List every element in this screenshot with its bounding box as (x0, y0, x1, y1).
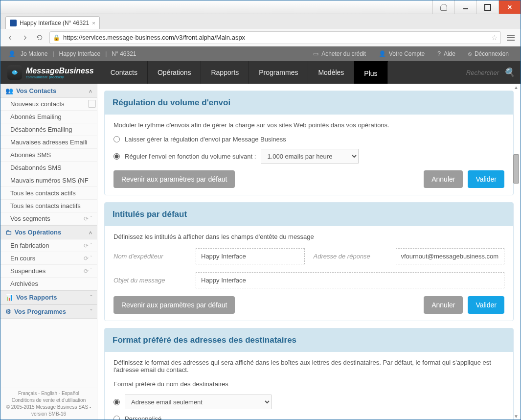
chart-icon: 📊 (5, 294, 13, 301)
gear-icon: ⚙ (5, 308, 11, 315)
browser-toolbar: 🔒 ☆ (0, 29, 521, 47)
nav-search[interactable]: Rechercher 🔍 (460, 61, 521, 84)
sidebar-item-email-subs[interactable]: Abonnés Emailing (0, 111, 97, 123)
forward-button[interactable] (20, 33, 30, 43)
input-sender[interactable] (196, 248, 305, 264)
scroll-down-icon[interactable]: ▼ (513, 413, 520, 420)
sidebar-item-op-archived[interactable]: Archivées (0, 278, 97, 290)
browser-menu-button[interactable] (506, 33, 516, 43)
input-reply[interactable] (396, 248, 505, 264)
utility-bar: 👤 Jo Malone | Happy Interface | N° 46321… (0, 47, 521, 61)
nav-reports[interactable]: Rapports (201, 61, 249, 84)
back-button[interactable] (5, 33, 15, 43)
brand-name: MessageBusinesscommunicate precisely (26, 67, 94, 79)
logout-link[interactable]: ⎋Déconnexion (464, 50, 513, 57)
sidebar-section-operations[interactable]: 🗀Vos Opérationsʌ (0, 225, 97, 239)
sidebar-section-contacts[interactable]: 👥Vos Contactsʌ (0, 84, 97, 98)
content-scrollbar[interactable]: ▲ ▼ (513, 84, 520, 420)
main-nav: MessageBusinesscommunicate precisely Con… (0, 61, 521, 84)
format-select[interactable]: Adresse email seulement (125, 395, 272, 409)
chevron-up-icon: ʌ (89, 230, 92, 235)
radio-manual-regulation[interactable] (113, 153, 120, 160)
tab-title: Happy Interface (N° 46321 (20, 20, 89, 26)
footer-terms[interactable]: Conditions de vente et d'utilisation (1, 397, 96, 404)
scroll-thumb[interactable] (513, 154, 519, 184)
sidebar-item-op-suspended[interactable]: Suspendues⟳ˇ (0, 265, 97, 278)
radio-manual-label: Réguler l'envoi en fonction du volume su… (125, 153, 256, 160)
panel-title: Régulation du volume d'envoi (105, 91, 513, 115)
sidebar-item-segments[interactable]: Vos segments⟳ˇ (0, 212, 97, 225)
brand[interactable]: MessageBusinesscommunicate precisely (0, 61, 101, 84)
sidebar-section-programs[interactable]: ⚙Vos Programmesˇ (0, 304, 97, 319)
cancel-button[interactable]: Annuler (424, 170, 463, 188)
person-icon: 👤 (379, 50, 386, 57)
tab-close-icon[interactable]: × (92, 20, 95, 26)
panel-subheading: Format préféré du nom des destinataires (113, 380, 504, 388)
favicon-icon (10, 20, 17, 26)
sidebar-item-bad-emails[interactable]: Mauvaises adresses Emaili (0, 136, 97, 149)
nav-more[interactable]: Plus (354, 61, 387, 84)
radio-email-only[interactable] (113, 399, 120, 405)
sidebar-item-sms-subs[interactable]: Abonnés SMS (0, 149, 97, 162)
cancel-button[interactable]: Annuler (424, 296, 463, 314)
sidebar-item-op-draft[interactable]: En fabrication⟳ˇ (0, 239, 97, 252)
reset-button[interactable]: Revenir aux paramètres par défaut (113, 170, 235, 188)
address-bar[interactable]: 🔒 ☆ (49, 31, 501, 44)
input-subject[interactable] (196, 272, 504, 288)
account-number: N° 46321 (112, 50, 136, 57)
chevron-up-icon: ʌ (89, 88, 92, 93)
help-link[interactable]: ?Aide (433, 50, 459, 57)
lock-icon: 🔒 (53, 34, 60, 41)
os-minimize-button[interactable] (454, 0, 476, 14)
sidebar-item-inactive-contacts[interactable]: Tous les contacts inactifs (0, 200, 97, 212)
svg-point-0 (15, 71, 16, 72)
buy-credit-link[interactable]: ▭Acheter du crédit (309, 50, 370, 57)
user-icon: 👤 (8, 50, 16, 57)
sidebar-item-sms-unsubs[interactable]: Désabonnés SMS (0, 162, 97, 174)
browser-tab[interactable]: Happy Interface (N° 46321 × (5, 16, 100, 29)
validate-button[interactable]: Valider (468, 296, 504, 314)
panel-title: Intitulés par défaut (105, 203, 513, 226)
user-name: Jo Malone (21, 50, 47, 57)
contacts-icon: 👥 (5, 87, 13, 94)
chevron-down-icon: ˇ (91, 268, 92, 274)
scroll-up-icon[interactable]: ▲ (513, 84, 520, 91)
help-icon: ? (437, 50, 441, 57)
panel-description: Définissez le format des adresses qui se… (113, 359, 504, 373)
nav-operations[interactable]: Opérations (148, 61, 201, 84)
nav-programs[interactable]: Programmes (249, 61, 308, 84)
os-close-button[interactable] (498, 0, 521, 14)
sidebar-item-active-contacts[interactable]: Tous les contacts actifs (0, 187, 97, 200)
validate-button[interactable]: Valider (468, 170, 504, 188)
radio-auto-regulation[interactable] (113, 136, 120, 142)
refresh-icon[interactable]: ⟳ (84, 255, 89, 262)
bookmark-star-icon[interactable]: ☆ (491, 33, 498, 42)
rate-select[interactable]: 1.000 emails par heure (261, 149, 359, 163)
radio-custom[interactable] (113, 416, 120, 420)
sidebar-item-bad-sms[interactable]: Mauvais numéros SMS (NF (0, 174, 97, 187)
nav-models[interactable]: Modèles (308, 61, 354, 84)
url-input[interactable] (63, 34, 488, 41)
sidebar-section-reports[interactable]: 📊Vos Rapportsˇ (0, 290, 97, 304)
footer-languages[interactable]: Français - English - Español (1, 390, 96, 397)
sidebar-item-op-running[interactable]: En cours⟳ˇ (0, 252, 97, 265)
your-account-link[interactable]: 👤Votre Compte (375, 50, 429, 57)
reset-button[interactable]: Revenir aux paramètres par défaut (113, 296, 235, 314)
sidebar-item-new-contacts[interactable]: Nouveaux contacts (0, 98, 97, 111)
os-maximize-button[interactable] (476, 0, 498, 14)
sidebar: 👥Vos Contactsʌ Nouveaux contacts Abonnés… (0, 84, 97, 420)
panel-title: Format préféré des adresses des destinat… (105, 328, 513, 352)
refresh-icon[interactable]: ⟳ (84, 268, 89, 275)
sidebar-footer: Français - English - Español Conditions … (0, 388, 97, 420)
panel-description: Moduler le rythme d'envois afin de gérer… (113, 121, 504, 129)
nav-contacts[interactable]: Contacts (101, 61, 148, 84)
sidebar-item-email-unsubs[interactable]: Désabonnés Emailing (0, 123, 97, 136)
panel-description: Définissez les intitulés à afficher dans… (113, 233, 504, 240)
panel-default-headers: Intitulés par défaut Définissez les inti… (104, 202, 514, 321)
os-user-button[interactable] (432, 0, 454, 14)
reload-button[interactable] (35, 33, 45, 43)
chevron-down-icon: ˇ (91, 256, 92, 261)
refresh-icon[interactable]: ⟳ (84, 242, 89, 249)
logout-icon: ⎋ (468, 50, 472, 57)
refresh-icon[interactable]: ⟳ (84, 215, 89, 222)
